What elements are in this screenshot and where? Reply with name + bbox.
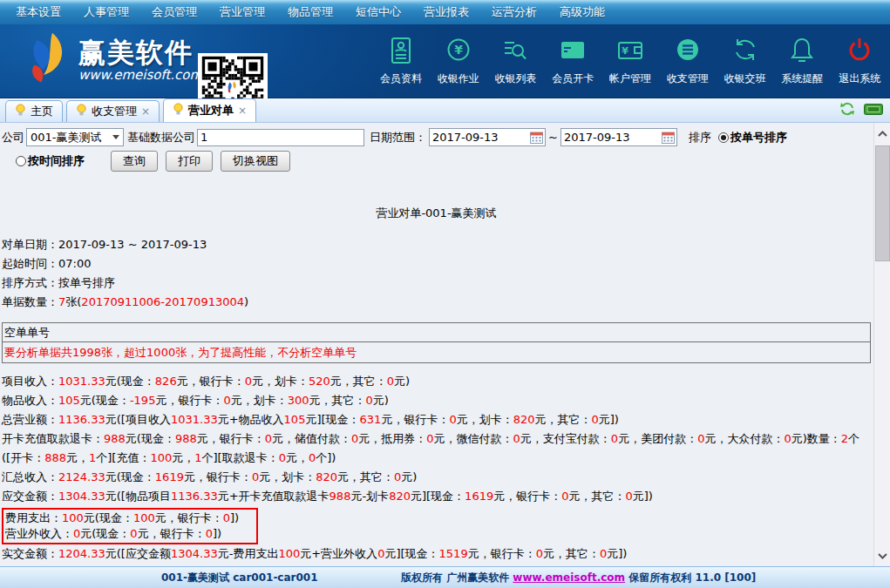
- tab-close-icon[interactable]: ×: [141, 105, 150, 118]
- tool-cashier-list[interactable]: 收银列表: [487, 31, 545, 94]
- report-text-segment: 300: [288, 394, 309, 407]
- sort-by-time-radio[interactable]: [16, 156, 26, 166]
- report-text-segment: 费用支出：: [5, 511, 62, 524]
- report-text-segment: 元([应交金额: [105, 547, 171, 560]
- report-text-segment: 实交金额：: [2, 547, 58, 560]
- report-text-segment: 元，其它：: [543, 547, 600, 560]
- tool-exit-system[interactable]: 退出系统: [831, 31, 888, 94]
- report-text-segment: 元，其它：: [309, 394, 366, 407]
- sort-label: 排序: [689, 130, 711, 145]
- tool-system-alert[interactable]: 系统提醒: [773, 31, 831, 94]
- menu-item-member-management[interactable]: 会员管理: [152, 0, 197, 24]
- report-line: 项目收入：1031.33元(现金：826元，银行卡：0元，划卡：520元，其它：…: [2, 372, 871, 391]
- report-text-segment: 元]): [599, 413, 619, 426]
- cashier-work-icon: ¥: [444, 31, 473, 70]
- vertical-scrollbar[interactable]: [873, 123, 890, 566]
- report-text-segment: 汇总收入：: [2, 470, 58, 483]
- reconciliation-report: 营业对单-001-赢美测试 对单日期：2017-09-13 ~ 2017-09-…: [0, 173, 873, 566]
- lightbulb-icon: [173, 103, 184, 118]
- report-text-segment: ]): [230, 511, 239, 524]
- date-to-input[interactable]: 2017-09-13: [560, 128, 677, 146]
- menu-item-goods-management[interactable]: 物品管理: [288, 0, 333, 24]
- content-area: 公司 001-赢美测试 基础数据公司 日期范围： 2017-09-13 ~ 20…: [0, 123, 890, 566]
- report-text-segment: 元): [394, 375, 410, 388]
- report-text-segment: -195: [130, 394, 156, 407]
- report-text-segment: 元][现金：: [384, 547, 438, 560]
- calendar-icon[interactable]: [530, 132, 543, 146]
- report-text-segment: 元，划卡：: [457, 413, 513, 426]
- report-text-segment: 元): [373, 394, 389, 407]
- brand-text: 赢美软件 www.emeisoft.com: [78, 37, 202, 83]
- scroll-down-button[interactable]: [875, 548, 890, 564]
- tab-home[interactable]: 主页: [5, 100, 63, 122]
- status-bar: 001-赢美测试 car001-car001 版权所有 广州赢美软件 www.e…: [0, 566, 890, 588]
- report-line: 费用支出：100元(现金：100元，银行卡：0]): [5, 510, 256, 526]
- filter-toolbar: 公司 001-赢美测试 基础数据公司 日期范围： 2017-09-13 ~ 20…: [0, 123, 873, 173]
- emeisoft-link[interactable]: www.emeisoft.com: [513, 571, 625, 584]
- header-toolbar: 会员资料 ¥ 收银作业 收银列表: [372, 31, 888, 94]
- menu-item-hr-management[interactable]: 人事管理: [84, 0, 129, 24]
- refresh-icon[interactable]: [839, 102, 855, 118]
- tool-income-expense[interactable]: 收支管理: [659, 31, 717, 94]
- report-text-segment: 元，其它：: [535, 413, 592, 426]
- date-from-input[interactable]: 2017-09-13: [429, 128, 546, 146]
- report-line: 汇总收入：2124.33元(现金：1619元，银行卡：0元，划卡：820元，其它…: [2, 468, 871, 487]
- base-company-input[interactable]: [197, 129, 364, 146]
- tabbar-right-controls: [839, 102, 890, 122]
- status-company-text: 001-赢美测试 car001-car001: [161, 567, 318, 588]
- company-select[interactable]: 001-赢美测试: [26, 128, 124, 146]
- tool-label: 帐户管理: [609, 71, 651, 86]
- scrollbar-thumb[interactable]: [875, 145, 890, 261]
- toggle-panel-icon[interactable]: [864, 104, 883, 118]
- report-text-segment: 要分析单据共1998张，超过1000张，为了提高性能，不分析空单单号: [4, 346, 357, 359]
- report-text-segment: 0: [366, 394, 373, 407]
- tab-income-expense[interactable]: 收支管理 ×: [66, 100, 160, 122]
- report-text-segment: 元-划卡: [350, 490, 389, 503]
- report-text-segment: 项目收入：: [2, 375, 58, 388]
- report-text-segment: 0: [536, 547, 543, 560]
- tool-member-profile[interactable]: 会员资料: [372, 31, 430, 94]
- svg-text:¥: ¥: [454, 43, 463, 57]
- tool-account-management[interactable]: ¥ 帐户管理: [601, 31, 659, 94]
- query-button[interactable]: 查询: [111, 151, 158, 172]
- base-company-label: 基础数据公司: [127, 130, 195, 145]
- menu-item-sms-center[interactable]: 短信中心: [356, 0, 401, 24]
- menu-item-basic-settings[interactable]: 基本设置: [16, 0, 61, 24]
- report-text-segment: 0: [309, 451, 316, 464]
- scroll-up-button[interactable]: [875, 125, 890, 141]
- report-text-segment: 2: [841, 432, 848, 445]
- filter-row-1: 公司 001-赢美测试 基础数据公司 日期范围： 2017-09-13 ~ 20…: [0, 123, 873, 148]
- report-text-segment: 1304.33: [58, 490, 105, 503]
- report-text-segment: 个]): [316, 451, 336, 464]
- tab-close-icon[interactable]: ×: [238, 105, 247, 117]
- tool-cashier-work[interactable]: ¥ 收银作业: [430, 31, 487, 94]
- menu-item-operation-analysis[interactable]: 运营分析: [492, 0, 537, 24]
- company-select-value: 001-赢美测试: [31, 130, 102, 145]
- report-text-segment: 0: [252, 470, 259, 483]
- power-icon: [845, 31, 874, 70]
- account-management-icon: ¥: [615, 31, 645, 70]
- report-text-segment: 个][取款退卡：: [202, 451, 279, 464]
- menu-item-business-reports[interactable]: 营业报表: [424, 0, 469, 24]
- sort-by-number-label[interactable]: 按单号排序: [730, 130, 787, 145]
- tool-shift-change[interactable]: 收银交班: [717, 31, 774, 94]
- report-text-segment: 0: [206, 527, 213, 540]
- report-text-segment: 元][现金：: [305, 413, 359, 426]
- tool-member-card[interactable]: 会员开卡: [544, 31, 601, 94]
- menu-item-advanced-features[interactable]: 高级功能: [560, 0, 605, 24]
- sort-by-number-radio[interactable]: [718, 132, 729, 143]
- report-text-segment: 988: [175, 432, 197, 445]
- report-text-segment: 元，银行卡：: [468, 547, 536, 560]
- report-text-segment: 空单单号: [4, 326, 50, 339]
- switch-view-button[interactable]: 切换视图: [221, 151, 290, 172]
- tab-business-reconciliation[interactable]: 营业对单 ×: [163, 98, 256, 122]
- report-text-segment: 元，其它：: [337, 470, 394, 483]
- report-line: 物品收入：105元(现金：-195元，银行卡：0元，划卡：300元，其它：0元): [2, 391, 871, 410]
- calendar-icon[interactable]: [662, 132, 675, 146]
- report-text-segment: 元，银行卡：: [155, 511, 223, 524]
- tab-label: 营业对单: [188, 103, 234, 118]
- print-button[interactable]: 打印: [166, 151, 213, 172]
- sort-by-time-label[interactable]: 按时间排序: [28, 153, 85, 169]
- empty-order-title: 空单单号: [3, 323, 870, 342]
- menu-item-business-management[interactable]: 营业管理: [220, 0, 265, 24]
